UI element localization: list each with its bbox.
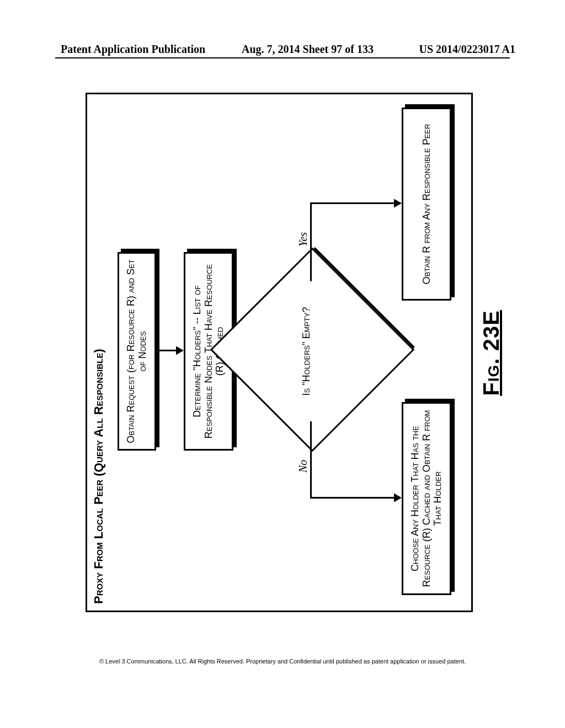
page: Patent Application Publication Aug. 7, 2… xyxy=(0,0,565,728)
diamond-shape xyxy=(210,248,415,452)
step-obtain-request: Obtain Request (for Resource R) and Set … xyxy=(118,252,156,451)
connector xyxy=(310,497,394,499)
edge-label-yes: Yes xyxy=(297,232,310,247)
arrow-down-icon xyxy=(394,199,402,208)
connector xyxy=(159,350,176,351)
copyright-footer: © Level 3 Communications, LLC. All Right… xyxy=(0,658,565,665)
step-obtain-from-responsible: Obtain R from Any Responsible Peer xyxy=(402,108,451,301)
figure-caption: Fig. 23E xyxy=(479,310,504,395)
arrow-down-icon xyxy=(176,346,184,355)
decision-label: Is "Holders" Empty? xyxy=(301,274,312,429)
header-center: Aug. 7, 2014 Sheet 97 of 133 xyxy=(242,43,374,56)
header-left: Patent Application Publication xyxy=(61,43,205,56)
header-right: US 2014/0223017 A1 xyxy=(419,43,515,56)
flowchart-frame: Proxy From Local Peer (Query All Respons… xyxy=(86,93,473,612)
connector xyxy=(310,202,394,204)
header-rule xyxy=(55,57,510,58)
connector xyxy=(310,421,312,499)
arrow-down-icon xyxy=(394,494,402,502)
edge-label-no: No xyxy=(297,460,310,473)
flowchart-title: Proxy From Local Peer (Query All Respons… xyxy=(92,349,106,604)
connector xyxy=(310,204,312,281)
flowchart: Proxy From Local Peer (Query All Respons… xyxy=(86,94,472,612)
step-choose-holder: Choose Any Holder That Has the Resource … xyxy=(402,402,451,595)
